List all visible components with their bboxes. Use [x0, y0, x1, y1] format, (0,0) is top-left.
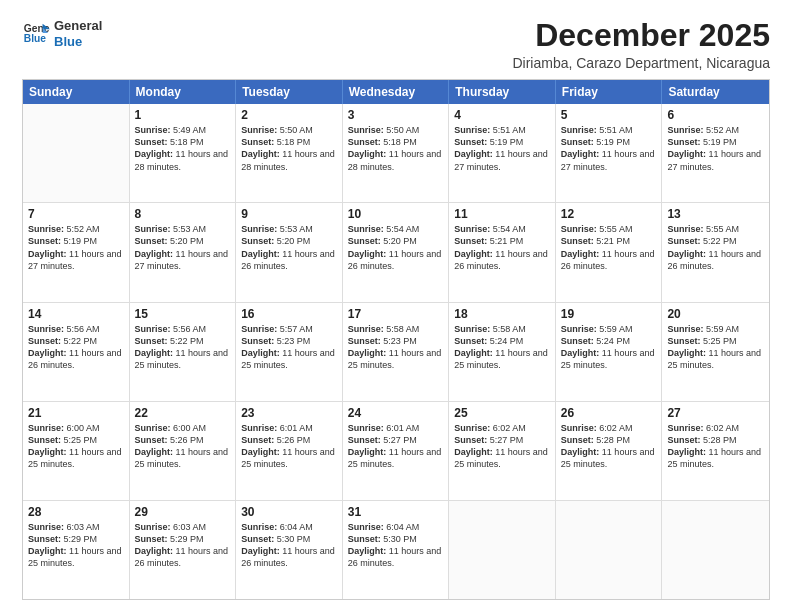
logo: General Blue General Blue: [22, 18, 102, 49]
day-number: 26: [561, 406, 657, 420]
page-subtitle: Diriamba, Carazo Department, Nicaragua: [512, 55, 770, 71]
day-number: 22: [135, 406, 231, 420]
day-number: 28: [28, 505, 124, 519]
calendar-cell-w2-d6: 12Sunrise: 5:55 AMSunset: 5:21 PMDayligh…: [556, 203, 663, 301]
calendar-cell-w5-d2: 29Sunrise: 6:03 AMSunset: 5:29 PMDayligh…: [130, 501, 237, 599]
cell-info: Sunrise: 6:01 AMSunset: 5:27 PMDaylight:…: [348, 422, 444, 471]
cell-info: Sunrise: 5:56 AMSunset: 5:22 PMDaylight:…: [28, 323, 124, 372]
day-number: 2: [241, 108, 337, 122]
calendar-cell-w1-d6: 5Sunrise: 5:51 AMSunset: 5:19 PMDaylight…: [556, 104, 663, 202]
cell-info: Sunrise: 5:53 AMSunset: 5:20 PMDaylight:…: [135, 223, 231, 272]
day-number: 8: [135, 207, 231, 221]
cell-info: Sunrise: 6:00 AMSunset: 5:25 PMDaylight:…: [28, 422, 124, 471]
day-number: 17: [348, 307, 444, 321]
header-monday: Monday: [130, 80, 237, 104]
day-number: 29: [135, 505, 231, 519]
day-number: 3: [348, 108, 444, 122]
cell-info: Sunrise: 6:04 AMSunset: 5:30 PMDaylight:…: [241, 521, 337, 570]
calendar-cell-w5-d1: 28Sunrise: 6:03 AMSunset: 5:29 PMDayligh…: [23, 501, 130, 599]
cell-info: Sunrise: 5:56 AMSunset: 5:22 PMDaylight:…: [135, 323, 231, 372]
logo-text: General Blue: [54, 18, 102, 49]
calendar-cell-w1-d5: 4Sunrise: 5:51 AMSunset: 5:19 PMDaylight…: [449, 104, 556, 202]
day-number: 13: [667, 207, 764, 221]
calendar-cell-w3-d4: 17Sunrise: 5:58 AMSunset: 5:23 PMDayligh…: [343, 303, 450, 401]
cell-info: Sunrise: 5:59 AMSunset: 5:25 PMDaylight:…: [667, 323, 764, 372]
cell-info: Sunrise: 6:02 AMSunset: 5:28 PMDaylight:…: [667, 422, 764, 471]
cell-info: Sunrise: 5:55 AMSunset: 5:21 PMDaylight:…: [561, 223, 657, 272]
calendar-body: 1Sunrise: 5:49 AMSunset: 5:18 PMDaylight…: [23, 104, 769, 599]
calendar-cell-w3-d7: 20Sunrise: 5:59 AMSunset: 5:25 PMDayligh…: [662, 303, 769, 401]
calendar-cell-w1-d2: 1Sunrise: 5:49 AMSunset: 5:18 PMDaylight…: [130, 104, 237, 202]
day-number: 14: [28, 307, 124, 321]
cell-info: Sunrise: 5:55 AMSunset: 5:22 PMDaylight:…: [667, 223, 764, 272]
day-number: 4: [454, 108, 550, 122]
day-number: 15: [135, 307, 231, 321]
calendar-cell-w5-d7: [662, 501, 769, 599]
day-number: 16: [241, 307, 337, 321]
cell-info: Sunrise: 5:58 AMSunset: 5:24 PMDaylight:…: [454, 323, 550, 372]
calendar-cell-w1-d7: 6Sunrise: 5:52 AMSunset: 5:19 PMDaylight…: [662, 104, 769, 202]
calendar-cell-w4-d1: 21Sunrise: 6:00 AMSunset: 5:25 PMDayligh…: [23, 402, 130, 500]
calendar-cell-w2-d4: 10Sunrise: 5:54 AMSunset: 5:20 PMDayligh…: [343, 203, 450, 301]
cell-info: Sunrise: 5:50 AMSunset: 5:18 PMDaylight:…: [348, 124, 444, 173]
cell-info: Sunrise: 6:02 AMSunset: 5:27 PMDaylight:…: [454, 422, 550, 471]
cell-info: Sunrise: 5:51 AMSunset: 5:19 PMDaylight:…: [454, 124, 550, 173]
cell-info: Sunrise: 6:03 AMSunset: 5:29 PMDaylight:…: [28, 521, 124, 570]
header-saturday: Saturday: [662, 80, 769, 104]
day-number: 21: [28, 406, 124, 420]
calendar-cell-w3-d6: 19Sunrise: 5:59 AMSunset: 5:24 PMDayligh…: [556, 303, 663, 401]
cell-info: Sunrise: 5:57 AMSunset: 5:23 PMDaylight:…: [241, 323, 337, 372]
cell-info: Sunrise: 5:54 AMSunset: 5:21 PMDaylight:…: [454, 223, 550, 272]
cell-info: Sunrise: 5:52 AMSunset: 5:19 PMDaylight:…: [667, 124, 764, 173]
header-thursday: Thursday: [449, 80, 556, 104]
day-number: 25: [454, 406, 550, 420]
calendar-cell-w4-d3: 23Sunrise: 6:01 AMSunset: 5:26 PMDayligh…: [236, 402, 343, 500]
day-number: 6: [667, 108, 764, 122]
cell-info: Sunrise: 6:04 AMSunset: 5:30 PMDaylight:…: [348, 521, 444, 570]
day-number: 20: [667, 307, 764, 321]
calendar-cell-w1-d4: 3Sunrise: 5:50 AMSunset: 5:18 PMDaylight…: [343, 104, 450, 202]
day-number: 10: [348, 207, 444, 221]
calendar-cell-w5-d5: [449, 501, 556, 599]
calendar-header: Sunday Monday Tuesday Wednesday Thursday…: [23, 80, 769, 104]
page-title: December 2025: [512, 18, 770, 53]
cell-info: Sunrise: 5:58 AMSunset: 5:23 PMDaylight:…: [348, 323, 444, 372]
calendar-week-1: 1Sunrise: 5:49 AMSunset: 5:18 PMDaylight…: [23, 104, 769, 203]
calendar-cell-w4-d5: 25Sunrise: 6:02 AMSunset: 5:27 PMDayligh…: [449, 402, 556, 500]
calendar-cell-w3-d3: 16Sunrise: 5:57 AMSunset: 5:23 PMDayligh…: [236, 303, 343, 401]
calendar-cell-w4-d6: 26Sunrise: 6:02 AMSunset: 5:28 PMDayligh…: [556, 402, 663, 500]
calendar-cell-w2-d1: 7Sunrise: 5:52 AMSunset: 5:19 PMDaylight…: [23, 203, 130, 301]
svg-text:Blue: Blue: [24, 33, 47, 44]
cell-info: Sunrise: 5:53 AMSunset: 5:20 PMDaylight:…: [241, 223, 337, 272]
day-number: 12: [561, 207, 657, 221]
calendar-cell-w2-d7: 13Sunrise: 5:55 AMSunset: 5:22 PMDayligh…: [662, 203, 769, 301]
day-number: 11: [454, 207, 550, 221]
day-number: 27: [667, 406, 764, 420]
cell-info: Sunrise: 5:52 AMSunset: 5:19 PMDaylight:…: [28, 223, 124, 272]
day-number: 5: [561, 108, 657, 122]
header-row: General Blue General Blue December 2025 …: [22, 18, 770, 71]
calendar-cell-w2-d5: 11Sunrise: 5:54 AMSunset: 5:21 PMDayligh…: [449, 203, 556, 301]
calendar-week-5: 28Sunrise: 6:03 AMSunset: 5:29 PMDayligh…: [23, 501, 769, 599]
calendar: Sunday Monday Tuesday Wednesday Thursday…: [22, 79, 770, 600]
cell-info: Sunrise: 6:01 AMSunset: 5:26 PMDaylight:…: [241, 422, 337, 471]
calendar-cell-w3-d2: 15Sunrise: 5:56 AMSunset: 5:22 PMDayligh…: [130, 303, 237, 401]
day-number: 23: [241, 406, 337, 420]
calendar-week-3: 14Sunrise: 5:56 AMSunset: 5:22 PMDayligh…: [23, 303, 769, 402]
day-number: 7: [28, 207, 124, 221]
day-number: 31: [348, 505, 444, 519]
page: General Blue General Blue December 2025 …: [0, 0, 792, 612]
calendar-cell-w2-d2: 8Sunrise: 5:53 AMSunset: 5:20 PMDaylight…: [130, 203, 237, 301]
calendar-cell-w4-d2: 22Sunrise: 6:00 AMSunset: 5:26 PMDayligh…: [130, 402, 237, 500]
day-number: 18: [454, 307, 550, 321]
cell-info: Sunrise: 6:00 AMSunset: 5:26 PMDaylight:…: [135, 422, 231, 471]
calendar-cell-w5-d4: 31Sunrise: 6:04 AMSunset: 5:30 PMDayligh…: [343, 501, 450, 599]
cell-info: Sunrise: 5:51 AMSunset: 5:19 PMDaylight:…: [561, 124, 657, 173]
day-number: 19: [561, 307, 657, 321]
calendar-cell-w4-d7: 27Sunrise: 6:02 AMSunset: 5:28 PMDayligh…: [662, 402, 769, 500]
calendar-cell-w3-d1: 14Sunrise: 5:56 AMSunset: 5:22 PMDayligh…: [23, 303, 130, 401]
header-wednesday: Wednesday: [343, 80, 450, 104]
cell-info: Sunrise: 5:59 AMSunset: 5:24 PMDaylight:…: [561, 323, 657, 372]
calendar-cell-w5-d6: [556, 501, 663, 599]
cell-info: Sunrise: 5:50 AMSunset: 5:18 PMDaylight:…: [241, 124, 337, 173]
